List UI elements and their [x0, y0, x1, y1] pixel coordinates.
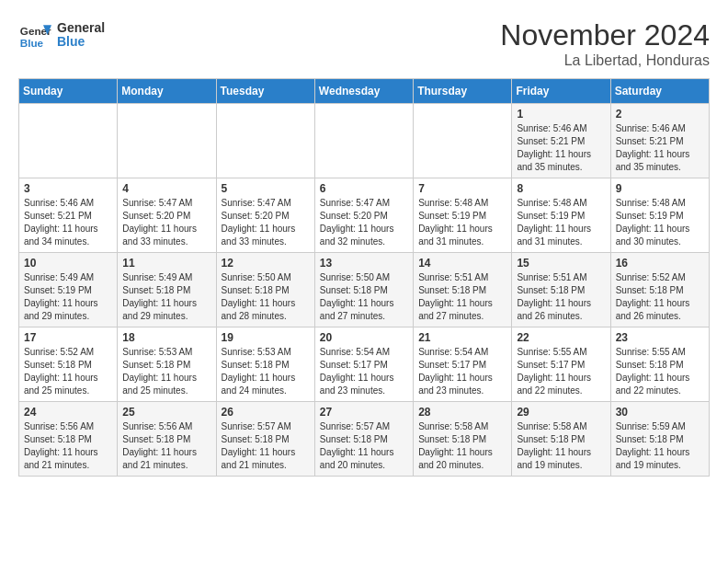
calendar-cell: 21Sunrise: 5:54 AM Sunset: 5:17 PM Dayli…: [414, 327, 512, 402]
weekday-header: Monday: [118, 79, 216, 104]
day-number: 20: [320, 331, 408, 344]
calendar-cell: [414, 104, 512, 178]
calendar-cell: 19Sunrise: 5:53 AM Sunset: 5:18 PM Dayli…: [216, 327, 314, 402]
day-info: Sunrise: 5:48 AM Sunset: 5:19 PM Dayligh…: [616, 197, 704, 248]
calendar-cell: 26Sunrise: 5:57 AM Sunset: 5:18 PM Dayli…: [216, 402, 314, 477]
day-number: 16: [616, 257, 704, 270]
calendar-cell: 14Sunrise: 5:51 AM Sunset: 5:18 PM Dayli…: [414, 253, 512, 327]
day-info: Sunrise: 5:56 AM Sunset: 5:18 PM Dayligh…: [24, 420, 112, 472]
day-number: 3: [24, 182, 112, 195]
day-number: 5: [222, 182, 310, 195]
calendar-cell: 5Sunrise: 5:47 AM Sunset: 5:20 PM Daylig…: [216, 178, 314, 253]
weekday-header: Tuesday: [216, 79, 314, 104]
day-number: 28: [418, 406, 506, 419]
day-info: Sunrise: 5:57 AM Sunset: 5:18 PM Dayligh…: [320, 420, 408, 472]
day-info: Sunrise: 5:54 AM Sunset: 5:17 PM Dayligh…: [320, 346, 408, 397]
month-title: November 2024: [500, 18, 710, 52]
day-number: 18: [122, 331, 210, 344]
calendar-week-row: 24Sunrise: 5:56 AM Sunset: 5:18 PM Dayli…: [19, 402, 710, 477]
calendar-cell: [19, 104, 118, 178]
day-info: Sunrise: 5:56 AM Sunset: 5:18 PM Dayligh…: [122, 420, 210, 472]
day-info: Sunrise: 5:51 AM Sunset: 5:18 PM Dayligh…: [418, 271, 506, 323]
logo-icon: General Blue: [18, 18, 51, 52]
day-info: Sunrise: 5:47 AM Sunset: 5:20 PM Dayligh…: [222, 197, 310, 248]
day-number: 15: [517, 257, 605, 270]
day-number: 27: [320, 406, 408, 419]
day-number: 24: [24, 406, 112, 419]
day-number: 19: [222, 331, 310, 344]
day-info: Sunrise: 5:47 AM Sunset: 5:20 PM Dayligh…: [122, 197, 210, 248]
calendar-cell: 30Sunrise: 5:59 AM Sunset: 5:18 PM Dayli…: [610, 402, 709, 477]
calendar-cell: 2Sunrise: 5:46 AM Sunset: 5:21 PM Daylig…: [610, 104, 709, 178]
calendar-cell: 15Sunrise: 5:51 AM Sunset: 5:18 PM Dayli…: [512, 253, 610, 327]
calendar-body: 1Sunrise: 5:46 AM Sunset: 5:21 PM Daylig…: [19, 104, 710, 477]
day-number: 8: [517, 182, 605, 195]
day-info: Sunrise: 5:52 AM Sunset: 5:18 PM Dayligh…: [24, 346, 112, 397]
day-info: Sunrise: 5:55 AM Sunset: 5:18 PM Dayligh…: [616, 346, 704, 397]
logo-general: General: [57, 21, 105, 35]
calendar-cell: 17Sunrise: 5:52 AM Sunset: 5:18 PM Dayli…: [19, 327, 118, 402]
calendar-cell: 11Sunrise: 5:49 AM Sunset: 5:18 PM Dayli…: [118, 253, 216, 327]
day-number: 2: [616, 108, 704, 121]
day-info: Sunrise: 5:48 AM Sunset: 5:19 PM Dayligh…: [517, 197, 605, 248]
calendar-cell: [118, 104, 216, 178]
logo: General Blue General Blue: [18, 18, 105, 52]
calendar-cell: 25Sunrise: 5:56 AM Sunset: 5:18 PM Dayli…: [118, 402, 216, 477]
calendar-cell: 7Sunrise: 5:48 AM Sunset: 5:19 PM Daylig…: [414, 178, 512, 253]
calendar-cell: 22Sunrise: 5:55 AM Sunset: 5:17 PM Dayli…: [512, 327, 610, 402]
page-header: General Blue General Blue November 2024 …: [18, 18, 710, 69]
day-number: 26: [222, 406, 310, 419]
day-number: 4: [122, 182, 210, 195]
day-number: 29: [517, 406, 605, 419]
day-info: Sunrise: 5:47 AM Sunset: 5:20 PM Dayligh…: [320, 197, 408, 248]
day-info: Sunrise: 5:58 AM Sunset: 5:18 PM Dayligh…: [517, 420, 605, 472]
day-info: Sunrise: 5:59 AM Sunset: 5:18 PM Dayligh…: [616, 420, 704, 472]
day-info: Sunrise: 5:53 AM Sunset: 5:18 PM Dayligh…: [122, 346, 210, 397]
calendar-cell: 8Sunrise: 5:48 AM Sunset: 5:19 PM Daylig…: [512, 178, 610, 253]
calendar-cell: [216, 104, 314, 178]
calendar-cell: 1Sunrise: 5:46 AM Sunset: 5:21 PM Daylig…: [512, 104, 610, 178]
calendar-cell: 4Sunrise: 5:47 AM Sunset: 5:20 PM Daylig…: [118, 178, 216, 253]
day-number: 6: [320, 182, 408, 195]
calendar-cell: 24Sunrise: 5:56 AM Sunset: 5:18 PM Dayli…: [19, 402, 118, 477]
day-number: 1: [517, 108, 605, 121]
weekday-header: Thursday: [414, 79, 512, 104]
calendar-week-row: 1Sunrise: 5:46 AM Sunset: 5:21 PM Daylig…: [19, 104, 710, 178]
calendar-cell: 16Sunrise: 5:52 AM Sunset: 5:18 PM Dayli…: [610, 253, 709, 327]
calendar-cell: 10Sunrise: 5:49 AM Sunset: 5:19 PM Dayli…: [19, 253, 118, 327]
calendar-week-row: 10Sunrise: 5:49 AM Sunset: 5:19 PM Dayli…: [19, 253, 710, 327]
calendar-cell: 18Sunrise: 5:53 AM Sunset: 5:18 PM Dayli…: [118, 327, 216, 402]
calendar-cell: 6Sunrise: 5:47 AM Sunset: 5:20 PM Daylig…: [314, 178, 413, 253]
day-number: 14: [418, 257, 506, 270]
day-info: Sunrise: 5:46 AM Sunset: 5:21 PM Dayligh…: [517, 122, 605, 174]
svg-text:Blue: Blue: [20, 37, 44, 49]
location-title: La Libertad, Honduras: [500, 52, 710, 69]
calendar-week-row: 17Sunrise: 5:52 AM Sunset: 5:18 PM Dayli…: [19, 327, 710, 402]
calendar-cell: 23Sunrise: 5:55 AM Sunset: 5:18 PM Dayli…: [610, 327, 709, 402]
calendar-table: SundayMondayTuesdayWednesdayThursdayFrid…: [18, 78, 710, 477]
day-info: Sunrise: 5:46 AM Sunset: 5:21 PM Dayligh…: [616, 122, 704, 174]
weekday-header: Friday: [512, 79, 610, 104]
day-number: 11: [122, 257, 210, 270]
logo-blue: Blue: [57, 35, 105, 49]
day-number: 25: [122, 406, 210, 419]
day-number: 21: [418, 331, 506, 344]
weekday-header: Wednesday: [314, 79, 413, 104]
day-info: Sunrise: 5:49 AM Sunset: 5:19 PM Dayligh…: [24, 271, 112, 323]
day-number: 7: [418, 182, 506, 195]
day-info: Sunrise: 5:49 AM Sunset: 5:18 PM Dayligh…: [122, 271, 210, 323]
weekday-header: Saturday: [610, 79, 709, 104]
calendar-cell: 3Sunrise: 5:46 AM Sunset: 5:21 PM Daylig…: [19, 178, 118, 253]
calendar-cell: 27Sunrise: 5:57 AM Sunset: 5:18 PM Dayli…: [314, 402, 413, 477]
day-info: Sunrise: 5:50 AM Sunset: 5:18 PM Dayligh…: [222, 271, 310, 323]
day-info: Sunrise: 5:55 AM Sunset: 5:17 PM Dayligh…: [517, 346, 605, 397]
day-info: Sunrise: 5:53 AM Sunset: 5:18 PM Dayligh…: [222, 346, 310, 397]
calendar-header-row: SundayMondayTuesdayWednesdayThursdayFrid…: [19, 79, 710, 104]
day-info: Sunrise: 5:51 AM Sunset: 5:18 PM Dayligh…: [517, 271, 605, 323]
day-info: Sunrise: 5:46 AM Sunset: 5:21 PM Dayligh…: [24, 197, 112, 248]
day-number: 17: [24, 331, 112, 344]
calendar-week-row: 3Sunrise: 5:46 AM Sunset: 5:21 PM Daylig…: [19, 178, 710, 253]
day-number: 13: [320, 257, 408, 270]
day-info: Sunrise: 5:57 AM Sunset: 5:18 PM Dayligh…: [222, 420, 310, 472]
weekday-header: Sunday: [19, 79, 118, 104]
